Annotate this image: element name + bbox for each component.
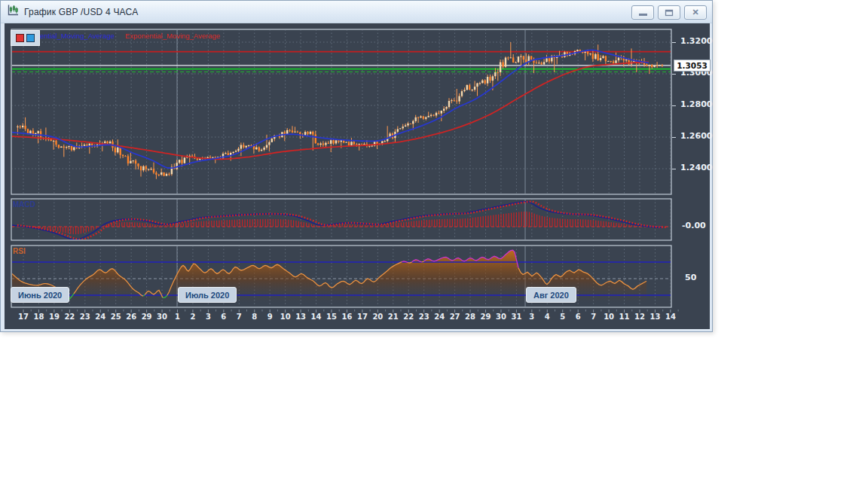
chart-surface[interactable] <box>5 23 710 329</box>
rsi-axis-label: 50 <box>685 273 696 282</box>
current-price-tag: 1.3053 <box>674 59 711 72</box>
indicator-blue-button[interactable] <box>26 34 35 42</box>
chart-icon <box>6 4 20 20</box>
ema-slow-legend-label: Exponential_Moving_Average <box>125 32 220 40</box>
price-axis-label: 1.2600 <box>680 131 712 141</box>
minimize-icon <box>639 14 647 16</box>
price-axis-tick <box>672 105 676 106</box>
month-label: Авг 2020 <box>526 287 576 303</box>
macd-panel-label: MACD <box>13 200 35 209</box>
window-titlebar[interactable]: График GBP /USD 4 ЧАСА ✕ <box>1 1 712 23</box>
macd-layer <box>11 202 671 239</box>
minimize-button[interactable] <box>631 5 654 20</box>
price-axis-tick <box>672 74 676 75</box>
candles-layer <box>17 42 663 179</box>
chart-client-area: ential_Moving_Average Exponential_Moving… <box>5 23 710 329</box>
chart-window: График GBP /USD 4 ЧАСА ✕ ential_Moving_A… <box>0 0 713 332</box>
time-axis-label: 14 <box>661 313 680 321</box>
window-controls: ✕ <box>628 5 707 20</box>
month-label: Июнь 2020 <box>11 287 69 303</box>
close-icon: ✕ <box>692 8 698 17</box>
window-title: График GBP /USD 4 ЧАСА <box>24 7 138 17</box>
price-axis-label: 1.3200 <box>680 36 712 46</box>
indicator-red-button[interactable] <box>16 34 24 42</box>
month-label: Июль 2020 <box>178 287 237 303</box>
price-axis-tick <box>672 137 676 138</box>
indicator-buttons <box>11 30 40 46</box>
close-button[interactable]: ✕ <box>684 5 707 20</box>
macd-axis-label: -0.00 <box>682 221 706 230</box>
restore-button[interactable] <box>658 5 680 20</box>
page-background: { "window": {"title": "График GBP /USD 4… <box>0 0 868 488</box>
ema-fast-line <box>12 50 649 169</box>
price-axis-tick <box>672 42 676 43</box>
ema-fast-legend-label: ential_Moving_Average <box>40 32 115 40</box>
gridlines <box>23 29 671 194</box>
price-axis-tick <box>672 169 676 169</box>
restore-icon <box>664 8 674 17</box>
price-axis-label: 1.2800 <box>680 99 712 109</box>
price-axis-label: 1.2400 <box>680 163 712 172</box>
rsi-panel-label: RSI <box>13 247 26 255</box>
